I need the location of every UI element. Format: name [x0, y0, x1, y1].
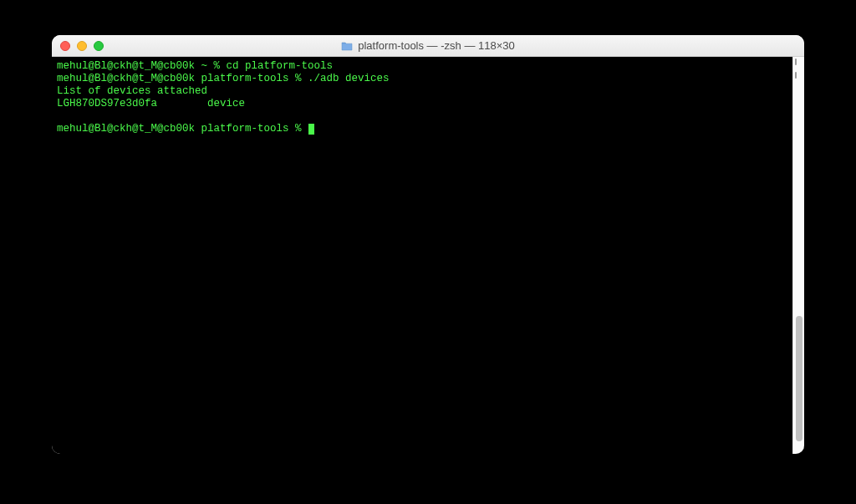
terminal-line: List of devices attached — [57, 85, 787, 98]
line-marker — [795, 72, 797, 79]
terminal-line: mehul@Bl@ckh@t_M@cb00k platform-tools % … — [57, 73, 787, 85]
terminal-line: LGH870DS97e3d0fa device — [57, 98, 787, 110]
traffic-lights — [60, 41, 104, 51]
window-title: platform-tools — -zsh — 118×30 — [358, 39, 515, 52]
cursor — [308, 124, 314, 135]
terminal-prompt-line: mehul@Bl@ckh@t_M@cb00k platform-tools % — [57, 123, 787, 135]
titlebar[interactable]: platform-tools — -zsh — 118×30 — [52, 35, 804, 57]
terminal-content[interactable]: mehul@Bl@ckh@t_M@cb00k ~ % cd platform-t… — [57, 60, 787, 135]
scrollbar-thumb[interactable] — [796, 316, 802, 441]
folder-icon — [341, 41, 353, 51]
scrollbar-track[interactable] — [792, 57, 804, 454]
window-title-area: platform-tools — -zsh — 118×30 — [52, 39, 804, 52]
blank-line — [57, 110, 787, 123]
close-button[interactable] — [60, 41, 70, 51]
terminal-body[interactable]: mehul@Bl@ckh@t_M@cb00k ~ % cd platform-t… — [52, 57, 804, 454]
minimize-button[interactable] — [77, 41, 87, 51]
terminal-line: mehul@Bl@ckh@t_M@cb00k ~ % cd platform-t… — [57, 60, 787, 73]
terminal-window: platform-tools — -zsh — 118×30 mehul@Bl@… — [52, 35, 804, 454]
prompt-text: mehul@Bl@ckh@t_M@cb00k platform-tools % — [57, 123, 308, 135]
line-marker — [795, 59, 797, 65]
maximize-button[interactable] — [94, 41, 104, 51]
